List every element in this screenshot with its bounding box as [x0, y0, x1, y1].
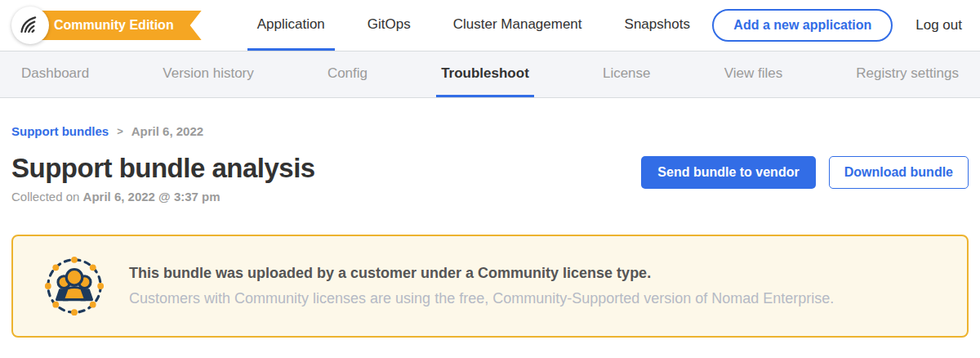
add-application-button[interactable]: Add a new application: [712, 9, 893, 42]
title-row: Support bundle analysis Collected on Apr…: [11, 153, 969, 204]
breadcrumb-support-bundles-link[interactable]: Support bundles: [11, 124, 109, 138]
replicated-logo-icon[interactable]: [11, 7, 49, 44]
main-content: Support bundles > April 6, 2022 Support …: [0, 124, 980, 338]
brand: Community Edition: [11, 7, 202, 44]
top-header: Community Edition Application GitOps Clu…: [0, 0, 980, 51]
breadcrumb-separator: >: [117, 125, 123, 137]
logo-glyph: [19, 14, 42, 37]
download-bundle-button[interactable]: Download bundle: [829, 156, 969, 189]
community-people-icon: [42, 254, 106, 318]
send-bundle-to-vendor-button[interactable]: Send bundle to vendor: [641, 156, 815, 189]
logout-link[interactable]: Log out: [915, 17, 962, 34]
title-block: Support bundle analysis Collected on Apr…: [11, 153, 315, 204]
community-edition-badge: Community Edition: [36, 11, 202, 40]
alert-text: This bundle was uploaded by a customer u…: [129, 265, 834, 307]
subtab-troubleshoot[interactable]: Troubleshoot: [436, 51, 534, 97]
tab-gitops[interactable]: GitOps: [358, 0, 421, 51]
collected-timestamp: Collected on April 6, 2022 @ 3:37 pm: [11, 190, 315, 204]
subtab-config[interactable]: Config: [323, 51, 372, 97]
tab-cluster-management[interactable]: Cluster Management: [443, 0, 592, 51]
header-right: Add a new application Log out: [712, 9, 980, 42]
alert-description: Customers with Community licenses are us…: [129, 290, 834, 307]
breadcrumb-current: April 6, 2022: [131, 124, 203, 138]
collected-date: April 6, 2022 @ 3:37 pm: [83, 190, 220, 204]
alert-title: This bundle was uploaded by a customer u…: [129, 265, 834, 282]
tab-snapshots[interactable]: Snapshots: [615, 0, 700, 51]
app-sub-navigation: Dashboard Version history Config Trouble…: [0, 51, 980, 98]
page-title: Support bundle analysis: [11, 153, 315, 184]
breadcrumb: Support bundles > April 6, 2022: [11, 124, 969, 138]
bundle-actions: Send bundle to vendor Download bundle: [641, 156, 969, 189]
top-navigation: Application GitOps Cluster Management Sn…: [236, 0, 711, 51]
community-license-alert: This bundle was uploaded by a customer u…: [11, 235, 969, 338]
subtab-version-history[interactable]: Version history: [158, 51, 259, 97]
subtab-dashboard[interactable]: Dashboard: [16, 51, 94, 97]
subtab-license[interactable]: License: [598, 51, 656, 97]
collected-prefix: Collected on: [11, 190, 83, 204]
subtab-view-files[interactable]: View files: [719, 51, 788, 97]
subtab-registry-settings[interactable]: Registry settings: [851, 51, 964, 97]
tab-application[interactable]: Application: [247, 0, 335, 51]
